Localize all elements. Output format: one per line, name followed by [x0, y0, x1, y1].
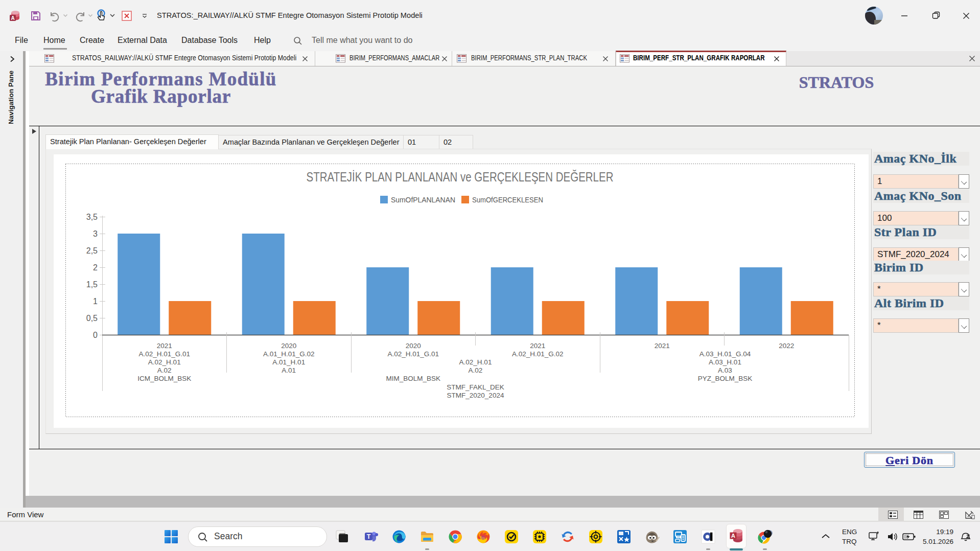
svg-text:2021: 2021 [655, 342, 670, 350]
svg-text:A.01: A.01 [282, 366, 296, 374]
svg-text:A.03_H.01: A.03_H.01 [709, 358, 741, 366]
svg-text:A.01_H.01_G.02: A.01_H.01_G.02 [263, 350, 315, 358]
svg-text:STRATEJİK PLAN PLANLANAN ve GE: STRATEJİK PLAN PLANLANAN ve GERÇEKLEŞEN … [307, 169, 614, 185]
svg-text:3: 3 [93, 229, 98, 238]
svg-text:A.03: A.03 [718, 366, 732, 374]
svg-text:1: 1 [93, 297, 98, 306]
svg-text:A: A [731, 533, 735, 539]
svg-text:ICM_BOLM_BSK: ICM_BOLM_BSK [137, 375, 191, 382]
svg-text:A.02_H.01_G.02: A.02_H.01_G.02 [512, 350, 564, 358]
svg-text:A.02_H.01_G.01: A.02_H.01_G.01 [387, 350, 439, 358]
svg-text:SumOfPLANLANAN: SumOfPLANLANAN [391, 195, 455, 204]
svg-text:2020: 2020 [406, 342, 421, 350]
svg-text:A.02_H.01: A.02_H.01 [459, 358, 492, 366]
svg-text:2020: 2020 [281, 342, 296, 350]
svg-text:A.01_H.01: A.01_H.01 [272, 358, 305, 366]
svg-text:PYZ_BOLM_BSK: PYZ_BOLM_BSK [698, 375, 753, 382]
svg-text:SumOfGERCEKLESEN: SumOfGERCEKLESEN [472, 195, 543, 204]
svg-text:1,5: 1,5 [86, 280, 98, 289]
svg-text:A.02: A.02 [157, 366, 172, 374]
svg-text:A.02_H.01: A.02_H.01 [148, 358, 181, 366]
svg-text:MIM_BOLM_BSK: MIM_BOLM_BSK [386, 375, 440, 382]
svg-text:2021: 2021 [157, 342, 172, 350]
svg-text:2021: 2021 [530, 342, 545, 350]
svg-text:A.02_H.01_G.01: A.02_H.01_G.01 [138, 350, 190, 358]
svg-text:T: T [367, 533, 371, 540]
svg-text:2022: 2022 [779, 342, 794, 350]
svg-text:0,5: 0,5 [86, 314, 98, 323]
svg-text:STMF_2020_2024: STMF_2020_2024 [447, 392, 504, 399]
svg-text:A: A [11, 15, 14, 21]
svg-text:3,5: 3,5 [86, 213, 98, 221]
svg-text:2: 2 [93, 263, 98, 272]
svg-text:0: 0 [93, 331, 98, 339]
svg-text:A.03_H.01_G.04: A.03_H.01_G.04 [699, 350, 751, 358]
svg-text:A.02: A.02 [469, 366, 483, 374]
svg-text:STMF_FAKL_DEK: STMF_FAKL_DEK [447, 383, 504, 391]
svg-text:2,5: 2,5 [86, 246, 98, 255]
